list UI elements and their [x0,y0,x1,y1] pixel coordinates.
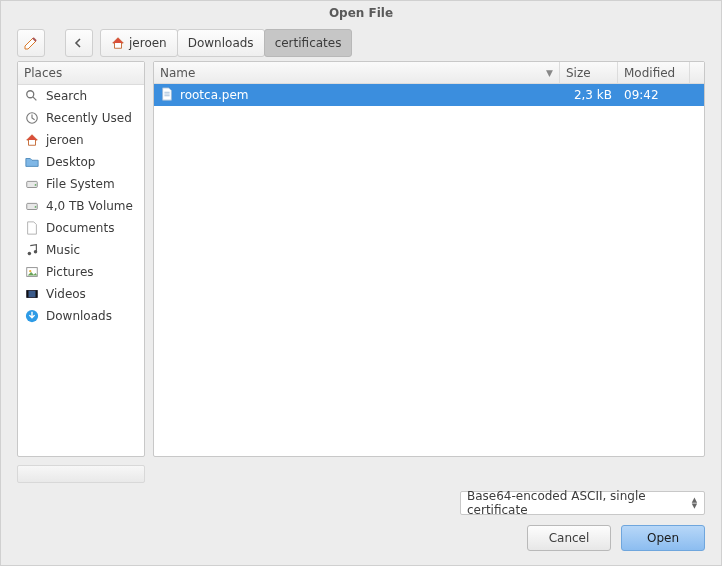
download-icon [24,308,40,324]
open-file-dialog: Open File jeroen Downloads certificates … [0,0,722,566]
video-icon [24,286,40,302]
places-header: Places [18,62,144,85]
place-item[interactable]: File System [18,173,144,195]
breadcrumb-item-label: certificates [275,36,342,50]
place-label: Desktop [46,155,96,169]
file-size: 2,3 kB [574,88,612,102]
spin-buttons[interactable]: ▲ ▼ [689,497,700,509]
file-modified: 09:42 [624,88,659,102]
column-modified[interactable]: Modified [618,62,690,83]
window-title: Open File [329,6,393,20]
textfile-icon [160,87,174,104]
place-label: 4,0 TB Volume [46,199,133,213]
places-panel: Places SearchRecently UsedjeroenDesktopF… [17,61,145,457]
place-label: Music [46,243,80,257]
drive-icon [24,198,40,214]
svg-point-0 [27,91,34,98]
sort-indicator-icon: ▼ [546,68,553,78]
cancel-button[interactable]: Cancel [527,525,611,551]
clock-icon [24,110,40,126]
breadcrumb-home-label: jeroen [129,36,167,50]
place-item[interactable]: Search [18,85,144,107]
breadcrumb-home[interactable]: jeroen [100,29,178,57]
place-item[interactable]: 4,0 TB Volume [18,195,144,217]
column-headers: Name ▼ Size Modified [154,62,704,84]
folder-icon [24,154,40,170]
place-item[interactable]: Documents [18,217,144,239]
svg-line-1 [33,97,37,101]
column-size[interactable]: Size [560,62,618,83]
places-toolbar-buttons[interactable] [17,465,145,483]
places-toolbar [1,465,721,487]
home-icon [24,132,40,148]
place-item[interactable]: Desktop [18,151,144,173]
chevron-left-icon [74,38,84,48]
svg-point-6 [35,206,37,208]
main-area: Places SearchRecently UsedjeroenDesktopF… [1,61,721,465]
svg-rect-12 [27,291,29,298]
titlebar: Open File [1,1,721,25]
place-label: Videos [46,287,86,301]
svg-point-8 [34,250,38,254]
search-icon [24,88,40,104]
chevron-down-icon: ▼ [692,503,697,509]
place-label: jeroen [46,133,84,147]
column-name[interactable]: Name ▼ [154,62,560,83]
home-icon [111,36,125,50]
file-name: rootca.pem [180,88,249,102]
back-button[interactable] [65,29,93,57]
breadcrumb-certificates[interactable]: certificates [264,29,353,57]
file-list-panel: Name ▼ Size Modified rootca.pem2,3 kB09:… [153,61,705,457]
open-button[interactable]: Open [621,525,705,551]
toolbar: jeroen Downloads certificates [1,25,721,61]
breadcrumb-item-label: Downloads [188,36,254,50]
column-scroll-spacer [690,62,704,83]
drive-icon [24,176,40,192]
place-item[interactable]: Pictures [18,261,144,283]
place-item[interactable]: Videos [18,283,144,305]
place-item[interactable]: Downloads [18,305,144,327]
filter-value: Base64-encoded ASCII, single certificate [467,489,689,517]
file-rows[interactable]: rootca.pem2,3 kB09:42 [154,84,704,456]
pencil-icon [23,35,39,51]
place-label: Recently Used [46,111,132,125]
edit-path-button[interactable] [17,29,45,57]
places-list: SearchRecently UsedjeroenDesktopFile Sys… [18,85,144,456]
place-label: File System [46,177,115,191]
svg-rect-13 [36,291,38,298]
svg-point-10 [29,270,31,272]
file-type-filter[interactable]: Base64-encoded ASCII, single certificate… [460,491,705,515]
music-icon [24,242,40,258]
svg-point-7 [28,252,32,256]
breadcrumb: jeroen Downloads certificates [101,29,352,57]
svg-point-4 [35,184,37,186]
place-label: Pictures [46,265,94,279]
place-label: Downloads [46,309,112,323]
dialog-actions: Cancel Open [1,519,721,565]
place-item[interactable]: Music [18,239,144,261]
place-label: Search [46,89,87,103]
file-row[interactable]: rootca.pem2,3 kB09:42 [154,84,704,106]
filter-row: Base64-encoded ASCII, single certificate… [1,487,721,519]
breadcrumb-downloads[interactable]: Downloads [177,29,265,57]
place-item[interactable]: Recently Used [18,107,144,129]
place-label: Documents [46,221,114,235]
pictures-icon [24,264,40,280]
file-icon [24,220,40,236]
place-item[interactable]: jeroen [18,129,144,151]
